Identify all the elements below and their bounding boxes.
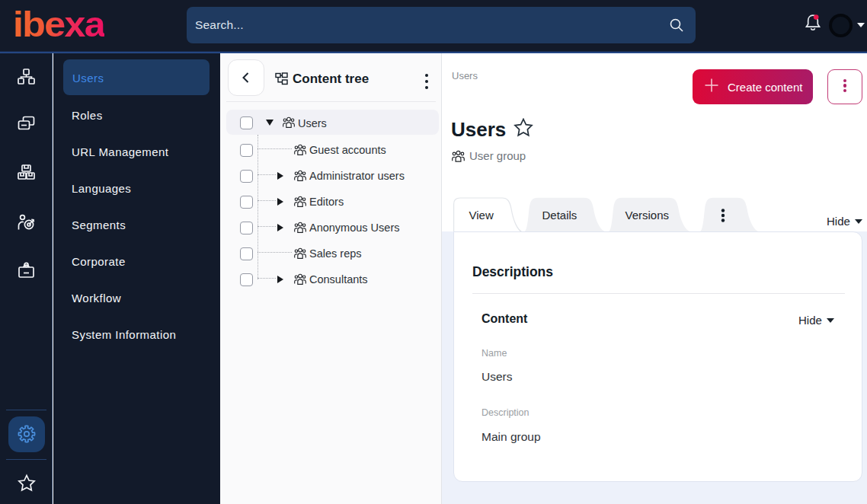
svg-text:ibexa: ibexa bbox=[13, 8, 104, 41]
